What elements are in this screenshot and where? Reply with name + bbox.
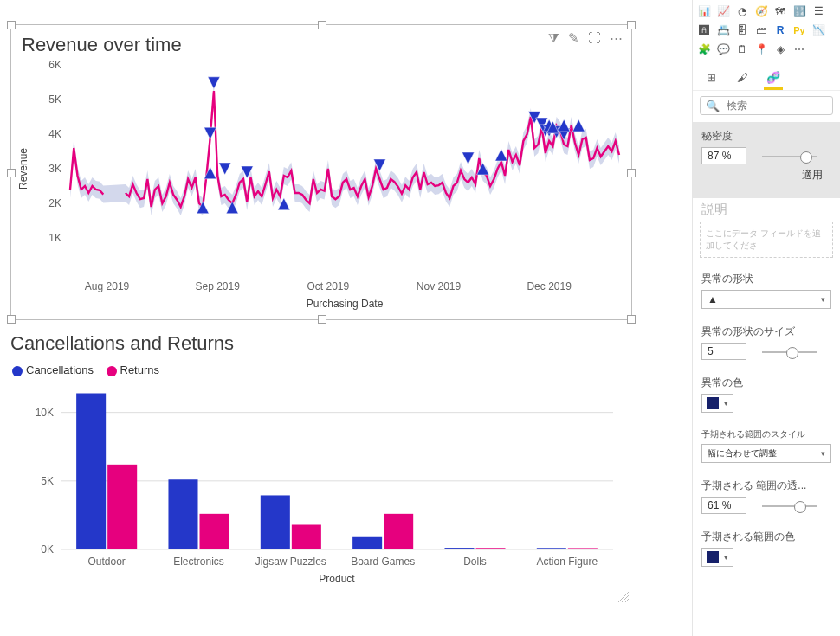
svg-text:Jigsaw Puzzles: Jigsaw Puzzles: [255, 556, 326, 568]
viz-type-icon[interactable]: 📇: [715, 22, 731, 38]
tab-fields[interactable]: ⊞: [703, 67, 719, 87]
svg-marker-34: [572, 119, 585, 132]
svg-rect-53: [444, 548, 474, 549]
viz-type-icon[interactable]: 🗒: [734, 42, 750, 57]
viz-type-icon[interactable]: 📍: [753, 42, 769, 57]
svg-text:Nov 2019: Nov 2019: [417, 280, 462, 292]
expected-opacity-label: 予期される 範囲の透...: [701, 479, 831, 493]
legend-series-1: Returns: [120, 363, 160, 376]
chevron-down-icon: ▾: [724, 553, 728, 562]
viz-type-icon[interactable]: 📈: [715, 3, 731, 19]
svg-text:1K: 1K: [48, 232, 61, 244]
anomaly-shape-select[interactable]: ▲▾: [701, 290, 831, 309]
svg-rect-47: [261, 495, 290, 549]
anomaly-shape-size-slider[interactable]: [762, 346, 817, 358]
svg-rect-42: [107, 465, 137, 549]
chevron-down-icon: ▾: [821, 295, 825, 304]
svg-text:5K: 5K: [48, 93, 61, 106]
svg-text:Aug 2019: Aug 2019: [85, 280, 130, 292]
svg-text:3K: 3K: [48, 163, 61, 175]
cancellations-chart-title: Cancellations and Returns: [10, 327, 630, 357]
svg-text:Oct 2019: Oct 2019: [307, 280, 350, 292]
tab-analytics[interactable]: 🧬: [766, 67, 781, 87]
visualizations-gallery: 📊📈◔🧭🗺🔢☰🅰📇🗄🗃RPy📉🧩💬🗒📍◈⋯: [693, 0, 840, 62]
svg-rect-51: [384, 514, 413, 549]
svg-text:0K: 0K: [41, 543, 54, 556]
svg-text:Purchasing Date: Purchasing Date: [307, 298, 384, 310]
svg-marker-13: [204, 127, 216, 139]
viz-type-icon[interactable]: R: [772, 22, 788, 38]
svg-text:Dolls: Dolls: [463, 556, 487, 568]
viz-type-icon[interactable]: Py: [792, 22, 807, 38]
search-icon: 🔍: [706, 100, 720, 112]
cancellations-chart-plot: 0K5K10KOutdoorElectronicsJigsaw PuzzlesB…: [10, 376, 630, 593]
format-pane: 📊📈◔🧭🗺🔢☰🅰📇🗄🗃RPy📉🧩💬🗒📍◈⋯ ⊞ 🖌 🧬 🔍 秘密度 87 % 適…: [692, 0, 840, 636]
svg-text:Product: Product: [319, 573, 355, 585]
svg-text:Electronics: Electronics: [173, 556, 224, 568]
sensitivity-group: 秘密度 87 % 適用: [693, 122, 840, 198]
svg-rect-45: [200, 514, 229, 549]
viz-type-icon[interactable]: 🔢: [792, 3, 807, 19]
explanation-label: 説明: [693, 202, 840, 218]
expected-opacity-value[interactable]: 61 %: [701, 497, 746, 514]
svg-rect-57: [568, 548, 598, 549]
sensitivity-slider[interactable]: [762, 151, 817, 163]
svg-rect-48: [292, 525, 321, 550]
cancellations-bar-visual[interactable]: Cancellations and Returns Cancellations …: [10, 327, 630, 604]
svg-text:10K: 10K: [36, 407, 54, 419]
svg-rect-44: [168, 479, 197, 549]
svg-text:Outdoor: Outdoor: [87, 556, 125, 568]
cancellations-legend: Cancellations Returns: [10, 357, 630, 376]
svg-text:4K: 4K: [48, 128, 61, 140]
chevron-down-icon: ▾: [821, 449, 825, 458]
viz-type-icon[interactable]: 🗃: [753, 22, 769, 38]
sensitivity-value[interactable]: 87 %: [701, 147, 746, 164]
viz-type-icon[interactable]: 🅰: [696, 22, 712, 38]
viz-type-icon[interactable]: 🗄: [734, 22, 750, 38]
revenue-line-visual[interactable]: ⧩ ✎ ⛶ ⋯ Revenue over time 1K2K3K4K5K6KRe…: [10, 24, 632, 320]
svg-text:2K: 2K: [48, 197, 61, 209]
svg-text:Sep 2019: Sep 2019: [196, 280, 241, 292]
anomaly-shape-size-value[interactable]: 5: [701, 343, 746, 360]
svg-rect-50: [352, 537, 382, 549]
apply-button[interactable]: 適用: [802, 169, 823, 181]
viz-type-icon[interactable]: 📉: [811, 22, 826, 38]
explanation-fieldwell[interactable]: ここにデータ フィールドを追加してくださ: [700, 222, 833, 258]
expected-color-picker[interactable]: ▾: [701, 548, 733, 567]
viz-type-icon[interactable]: 🗺: [772, 3, 788, 19]
svg-marker-18: [462, 152, 475, 164]
anomaly-color-label: 異常の色: [701, 376, 831, 390]
viz-type-icon[interactable]: 🧭: [753, 3, 769, 19]
viz-type-icon[interactable]: ◔: [734, 3, 750, 19]
filter-icon[interactable]: ⧩: [548, 30, 559, 46]
anomaly-shape-label: 異常の形状: [701, 272, 831, 286]
svg-text:5K: 5K: [41, 475, 54, 487]
focus-mode-icon[interactable]: ⛶: [588, 30, 601, 46]
expected-color-label: 予期される範囲の色: [701, 530, 831, 544]
svg-rect-54: [476, 548, 506, 549]
viz-type-icon[interactable]: ◈: [772, 42, 788, 57]
more-options-icon[interactable]: ⋯: [610, 30, 623, 46]
legend-series-0: Cancellations: [26, 363, 94, 376]
viz-type-icon[interactable]: 📊: [696, 3, 712, 19]
svg-marker-14: [208, 77, 220, 89]
viz-type-icon[interactable]: ⋯: [792, 42, 807, 57]
pencil-icon[interactable]: ✎: [568, 30, 579, 46]
expected-opacity-slider[interactable]: [762, 500, 817, 512]
svg-text:Dec 2019: Dec 2019: [527, 280, 572, 292]
anomaly-color-picker[interactable]: ▾: [701, 394, 733, 413]
svg-text:Board Games: Board Games: [351, 556, 415, 568]
sensitivity-label: 秘密度: [701, 129, 831, 144]
chevron-down-icon: ▾: [724, 399, 728, 408]
search-input[interactable]: [725, 99, 840, 112]
expected-style-select[interactable]: 幅に合わせて調整▾: [701, 444, 831, 463]
tab-format[interactable]: 🖌: [734, 67, 750, 87]
pane-tabs: ⊞ 🖌 🧬: [693, 62, 840, 91]
anomaly-shape-size-label: 異常の形状のサイズ: [701, 324, 831, 339]
viz-type-icon[interactable]: ☰: [811, 3, 826, 19]
viz-type-icon[interactable]: 🧩: [696, 42, 712, 57]
viz-type-icon[interactable]: 💬: [715, 42, 731, 57]
svg-rect-56: [537, 548, 566, 549]
revenue-chart-plot: 1K2K3K4K5K6KRevenueAug 2019Sep 2019Oct 2…: [11, 56, 631, 316]
search-input-wrapper[interactable]: 🔍: [700, 96, 833, 115]
